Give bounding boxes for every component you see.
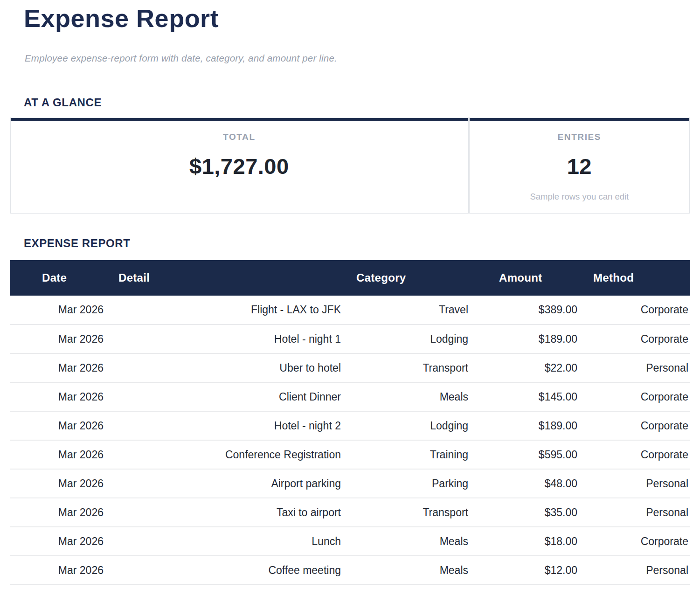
cell-date[interactable]: Mar 2026 (10, 296, 111, 325)
table-row: Mar 2026Taxi to airportTransport$35.00Pe… (10, 498, 690, 527)
cell-method[interactable]: Corporate (585, 440, 690, 469)
total-value: $1,727.00 (11, 155, 468, 178)
cell-method[interactable]: Corporate (585, 325, 690, 353)
cell-detail[interactable]: Hotel - night 1 (111, 325, 348, 353)
cell-detail[interactable]: Coffee meeting (111, 556, 348, 585)
cell-detail[interactable]: Flight - LAX to JFK (111, 296, 348, 325)
cell-method[interactable]: Personal (585, 498, 690, 527)
cell-amount[interactable]: $22.00 (476, 353, 585, 382)
cell-category[interactable]: Lodging (348, 325, 476, 353)
cell-method[interactable]: Personal (585, 556, 690, 585)
cell-detail[interactable]: Conference Registration (111, 440, 348, 469)
cell-amount[interactable]: $389.00 (476, 296, 585, 325)
expense-table-header: Date Detail Category Amount Method (10, 260, 690, 296)
table-row: Mar 2026Uber to hotelTransport$22.00Pers… (10, 353, 690, 382)
cell-detail[interactable]: Taxi to airport (111, 498, 348, 527)
entries-label: ENTRIES (470, 132, 689, 142)
cell-category[interactable]: Meals (348, 527, 476, 556)
cell-date[interactable]: Mar 2026 (10, 498, 111, 527)
table-row: Mar 2026Coffee meetingMeals$12.00Persona… (10, 556, 690, 585)
page-title: Expense Report (24, 5, 219, 32)
cell-amount[interactable]: $18.00 (476, 527, 585, 556)
header-row: Date Detail Category Amount Method (10, 260, 690, 296)
cell-method[interactable]: Corporate (585, 527, 690, 556)
at-a-glance-cards: TOTAL $1,727.00 ENTRIES 12 Sample rows y… (10, 117, 690, 214)
cell-amount[interactable]: $35.00 (476, 498, 585, 527)
entries-card: ENTRIES 12 Sample rows you can edit (470, 118, 689, 213)
cell-amount[interactable]: $189.00 (476, 325, 585, 353)
column-header-amount: Amount (476, 260, 585, 296)
cell-date[interactable]: Mar 2026 (10, 527, 111, 556)
cell-date[interactable]: Mar 2026 (10, 353, 111, 382)
cell-category[interactable]: Training (348, 440, 476, 469)
cell-method[interactable]: Corporate (585, 382, 690, 411)
cell-date[interactable]: Mar 2026 (10, 411, 111, 440)
cell-date[interactable]: Mar 2026 (10, 440, 111, 469)
cell-date[interactable]: Mar 2026 (10, 325, 111, 353)
cell-detail[interactable]: Airport parking (111, 469, 348, 498)
cell-amount[interactable]: $12.00 (476, 556, 585, 585)
cell-date[interactable]: Mar 2026 (10, 382, 111, 411)
cell-amount[interactable]: $145.00 (476, 382, 585, 411)
cell-date[interactable]: Mar 2026 (10, 469, 111, 498)
cell-method[interactable]: Personal (585, 353, 690, 382)
total-card: TOTAL $1,727.00 (11, 118, 468, 213)
table-row: Mar 2026Client DinnerMeals$145.00Corpora… (10, 382, 690, 411)
column-header-method: Method (585, 260, 690, 296)
table-row: Mar 2026Conference RegistrationTraining$… (10, 440, 690, 469)
cell-detail[interactable]: Hotel - night 2 (111, 411, 348, 440)
cell-method[interactable]: Personal (585, 469, 690, 498)
cell-detail[interactable]: Client Dinner (111, 382, 348, 411)
cell-category[interactable]: Travel (348, 296, 476, 325)
cell-category[interactable]: Meals (348, 556, 476, 585)
column-header-category: Category (348, 260, 476, 296)
cell-method[interactable]: Corporate (585, 411, 690, 440)
entries-note: Sample rows you can edit (470, 192, 689, 201)
cell-date[interactable]: Mar 2026 (10, 556, 111, 585)
expense-table-body: Mar 2026Flight - LAX to JFKTravel$389.00… (10, 296, 690, 585)
glance-heading: AT A GLANCE (24, 96, 102, 109)
total-label: TOTAL (11, 132, 468, 142)
cell-category[interactable]: Parking (348, 469, 476, 498)
table-row: Mar 2026Hotel - night 2Lodging$189.00Cor… (10, 411, 690, 440)
cell-category[interactable]: Transport (348, 498, 476, 527)
cell-category[interactable]: Transport (348, 353, 476, 382)
page-subtitle: Employee expense-report form with date, … (25, 53, 337, 64)
cell-category[interactable]: Meals (348, 382, 476, 411)
cell-amount[interactable]: $189.00 (476, 411, 585, 440)
table-row: Mar 2026Flight - LAX to JFKTravel$389.00… (10, 296, 690, 325)
column-header-date: Date (10, 260, 111, 296)
table-row: Mar 2026Hotel - night 1Lodging$189.00Cor… (10, 325, 690, 353)
table-row: Mar 2026LunchMeals$18.00Corporate (10, 527, 690, 556)
expense-report-heading: EXPENSE REPORT (24, 237, 130, 250)
cell-amount[interactable]: $48.00 (476, 469, 585, 498)
cell-method[interactable]: Corporate (585, 296, 690, 325)
cell-category[interactable]: Lodging (348, 411, 476, 440)
cell-detail[interactable]: Uber to hotel (111, 353, 348, 382)
cell-amount[interactable]: $595.00 (476, 440, 585, 469)
table-row: Mar 2026Airport parkingParking$48.00Pers… (10, 469, 690, 498)
entries-value: 12 (470, 155, 689, 178)
cell-detail[interactable]: Lunch (111, 527, 348, 556)
expense-table: Date Detail Category Amount Method Mar 2… (10, 260, 690, 585)
column-header-detail: Detail (111, 260, 348, 296)
